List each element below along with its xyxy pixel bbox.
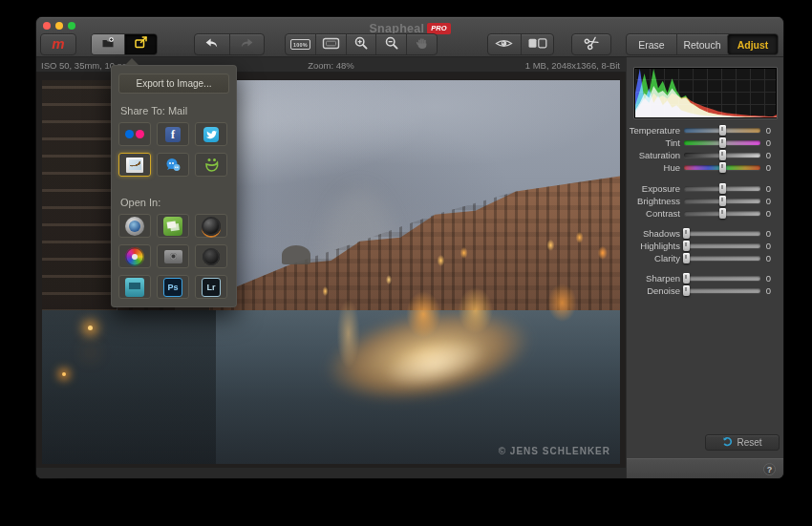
fit-screen-button[interactable]: [315, 34, 346, 54]
slider-thumb[interactable]: [719, 196, 726, 206]
slider-track[interactable]: [684, 128, 760, 133]
share-flickr-button[interactable]: [118, 122, 151, 146]
slider-track[interactable]: [684, 256, 760, 261]
slider-thumb[interactable]: [719, 162, 726, 173]
zoom-level-readout: Zoom: 48%: [308, 60, 354, 71]
slider-hue: Hue 0: [627, 161, 783, 174]
slider-track[interactable]: [684, 288, 760, 293]
slider-track[interactable]: [684, 199, 760, 203]
slider-sharpen: Sharpen 0: [627, 272, 783, 284]
share-messages-button[interactable]: [157, 153, 189, 177]
reset-icon: [722, 436, 733, 449]
open-in-app-7-button[interactable]: [118, 275, 151, 299]
open-in-photoshop-button[interactable]: Ps: [157, 275, 189, 299]
zoom-out-icon: [384, 35, 399, 54]
open-in-app-2-button[interactable]: [157, 214, 189, 238]
slider-value: 0: [760, 228, 771, 239]
mode-erase-button[interactable]: Erase: [627, 34, 676, 54]
open-in-label: Open In:: [120, 197, 160, 208]
undo-button[interactable]: [195, 34, 229, 54]
zoom-100-button[interactable]: 100%: [286, 34, 315, 54]
zoom-out-button[interactable]: [375, 34, 406, 54]
share-smugmug-button[interactable]: [195, 153, 227, 177]
export-share-button[interactable]: [124, 34, 158, 54]
green-photos-app-icon: [163, 217, 182, 236]
slider-label: Denoise: [627, 285, 680, 296]
slider-value: 0: [760, 196, 771, 206]
view-tools-group: [487, 33, 554, 55]
split-compare-button[interactable]: [521, 34, 554, 54]
slider-value: 0: [760, 273, 771, 284]
share-twitter-button[interactable]: [195, 122, 227, 146]
slider-label: Clarity: [627, 253, 680, 263]
mode-retouch-button[interactable]: Retouch: [676, 34, 727, 54]
load-image-button[interactable]: [92, 34, 124, 54]
file-actions-group: [91, 33, 158, 55]
slider-thumb[interactable]: [719, 150, 726, 160]
export-icon: [133, 34, 149, 54]
slider-track[interactable]: [684, 276, 760, 281]
slider-label: Contrast: [627, 208, 680, 219]
slider-label: Exposure: [627, 183, 680, 194]
redo-button[interactable]: [229, 34, 265, 54]
export-share-popover: Export to Image... Share To: Mail f: [111, 65, 237, 307]
slider-thumb[interactable]: [719, 183, 726, 194]
open-in-app-1-button[interactable]: [118, 214, 151, 238]
open-in-app-6-button[interactable]: [195, 244, 227, 268]
zoom-in-button[interactable]: [346, 34, 376, 54]
slider-value: 0: [760, 150, 771, 160]
share-facebook-button[interactable]: f: [157, 122, 189, 146]
slider-value: 0: [760, 241, 771, 251]
split-view-icon: [527, 36, 547, 53]
slider-thumb[interactable]: [719, 125, 726, 136]
help-button[interactable]: ?: [763, 463, 776, 475]
mail-icon: [126, 158, 143, 173]
slider-label: Sharpen: [627, 273, 680, 284]
mode-adjust-button[interactable]: Adjust: [727, 34, 778, 54]
slider-thumb[interactable]: [719, 137, 726, 148]
zoom-in-icon: [353, 35, 369, 54]
macphun-logo-button[interactable]: m: [40, 33, 76, 55]
open-in-app-4-button[interactable]: [118, 244, 151, 268]
dark-lens-app-icon: [203, 248, 220, 265]
reset-button[interactable]: Reset: [705, 434, 780, 451]
slider-thumb[interactable]: [683, 228, 690, 239]
pinwheel-app-icon: [125, 247, 144, 266]
gray-camera-app-icon: [164, 250, 182, 263]
hand-tool-icon: [415, 35, 430, 54]
slider-label: Brightness: [627, 196, 680, 206]
slider-track[interactable]: [684, 243, 760, 248]
crop-tool-button[interactable]: [571, 33, 611, 55]
slider-track[interactable]: [684, 186, 760, 191]
file-info: 1 MB, 2048x1366, 8-Bit: [525, 60, 620, 71]
slider-highlights: Highlights 0: [627, 240, 783, 252]
hand-tool-button[interactable]: [406, 34, 437, 54]
slider-track[interactable]: [684, 211, 760, 216]
slider-label: Temperature: [627, 125, 680, 136]
open-in-lightroom-button[interactable]: Lr: [195, 275, 227, 299]
slider-thumb[interactable]: [719, 208, 726, 219]
twitter-icon: [203, 127, 219, 142]
flickr-icon: [125, 130, 144, 138]
share-mail-button[interactable]: [118, 153, 151, 177]
slider-track[interactable]: [684, 140, 760, 145]
open-in-app-3-button[interactable]: [195, 214, 227, 238]
slider-track[interactable]: [684, 153, 760, 158]
slider-thumb[interactable]: [683, 241, 690, 251]
slider-track[interactable]: [684, 231, 760, 236]
slider-label: Tint: [627, 137, 680, 148]
photo-watermark: © JENS SCHLENKER: [499, 446, 610, 456]
export-to-image-button[interactable]: Export to Image...: [118, 74, 229, 94]
open-in-app-5-button[interactable]: [157, 244, 189, 268]
slider-value: 0: [760, 162, 771, 173]
fit-screen-icon: [322, 36, 340, 53]
orange-ring-lens-app-icon: [202, 217, 221, 236]
slider-thumb[interactable]: [683, 285, 690, 296]
snapheal-window: SnaphealPRO m: [36, 17, 783, 478]
preview-original-button[interactable]: [488, 34, 521, 54]
window-header: SnaphealPRO m: [36, 17, 783, 57]
slider-thumb[interactable]: [683, 253, 690, 263]
slider-contrast: Contrast 0: [627, 207, 783, 220]
slider-track[interactable]: [684, 165, 760, 170]
slider-thumb[interactable]: [683, 273, 690, 284]
